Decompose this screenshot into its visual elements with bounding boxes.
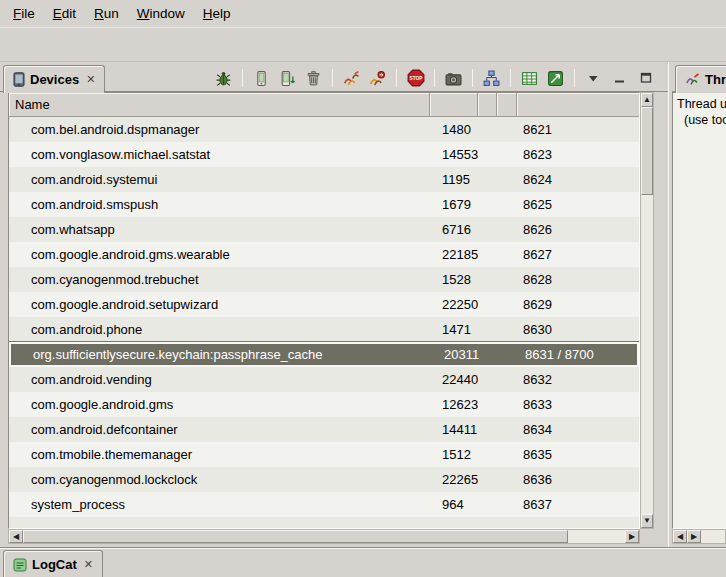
menu-file[interactable]: File: [4, 2, 44, 25]
process-port: 8634: [517, 422, 639, 437]
process-name: com.google.android.setupwizard: [9, 297, 430, 312]
toolbar-separator: [434, 69, 435, 87]
tab-devices[interactable]: Devices ✕: [3, 65, 105, 93]
threads-panel: Threads Thread updates not enabled for s…: [672, 62, 726, 547]
start-method-profiling-icon[interactable]: [367, 68, 388, 89]
process-name: com.tmobile.thememanager: [9, 447, 430, 462]
devices-panel: Devices ✕ STOP Name com.bel.android.dspm…: [0, 62, 668, 547]
process-name: com.cyanogenmod.lockclock: [9, 472, 430, 487]
horizontal-scrollbar-thumb[interactable]: [23, 530, 568, 543]
process-pid: 20311: [432, 347, 480, 362]
table-row[interactable]: com.google.android.gms.wearable 22185 86…: [9, 242, 639, 267]
menu-run[interactable]: Run: [85, 2, 128, 25]
column-header-col4[interactable]: [517, 93, 639, 117]
table-row[interactable]: com.android.systemui 1195 8624: [9, 167, 639, 192]
table-row[interactable]: com.android.smspush 1679 8625: [9, 192, 639, 217]
vertical-scrollbar[interactable]: ▲ ▼: [640, 92, 654, 529]
screen-capture-icon[interactable]: [443, 68, 464, 89]
horizontal-scrollbar[interactable]: ◀ ▶: [8, 529, 640, 544]
table-row[interactable]: com.cyanogenmod.lockclock 22265 8636: [9, 467, 639, 492]
down-arrow-icon: ▼: [643, 517, 651, 525]
process-port: 8631 / 8700: [519, 347, 637, 362]
table-row[interactable]: com.google.android.gms 12623 8633: [9, 392, 639, 417]
toolbar-separator: [396, 69, 397, 87]
menu-edit[interactable]: Edit: [44, 2, 85, 25]
table-row[interactable]: com.vonglasow.michael.satstat 14553 8623: [9, 142, 639, 167]
process-pid: 1512: [430, 447, 478, 462]
scroll-left-button[interactable]: ◀: [9, 530, 23, 543]
column-header-col2[interactable]: [478, 93, 497, 117]
process-pid: 22250: [430, 297, 478, 312]
cause-gc-icon[interactable]: [303, 68, 324, 89]
tab-logcat-label: LogCat: [32, 557, 77, 572]
process-pid: 14411: [430, 422, 478, 437]
scrollbar-corner: [640, 529, 654, 544]
threads-scroll-left-button[interactable]: ◀: [673, 530, 687, 543]
toolbar-separator: [472, 69, 473, 87]
close-icon[interactable]: ✕: [86, 73, 95, 86]
toolbar-separator: [510, 69, 511, 87]
process-port: 8623: [517, 147, 639, 162]
scroll-down-button[interactable]: ▼: [641, 514, 653, 528]
process-name: com.android.vending: [9, 372, 430, 387]
column-header-col1[interactable]: [430, 93, 478, 117]
debug-process-icon[interactable]: [213, 68, 234, 89]
minimize-icon[interactable]: [609, 68, 630, 89]
vertical-scrollbar-thumb[interactable]: [641, 107, 653, 195]
dump-hprof-icon[interactable]: [277, 68, 298, 89]
toolbar-separator: [242, 69, 243, 87]
threads-content: Thread updates not enabled for selected …: [672, 92, 726, 529]
process-pid: 22185: [430, 247, 478, 262]
tab-logcat[interactable]: LogCat ✕: [3, 550, 103, 577]
process-name: com.android.systemui: [9, 172, 430, 187]
process-port: 8637: [517, 497, 639, 512]
stop-process-icon[interactable]: STOP: [405, 68, 426, 89]
table-row[interactable]: com.cyanogenmod.trebuchet 1528 8628: [9, 267, 639, 292]
ddms-window: FileEditRunWindowHelp Devices ✕ STOP Nam…: [0, 0, 726, 577]
process-pid: 964: [430, 497, 478, 512]
menubar: FileEditRunWindowHelp: [0, 0, 726, 27]
column-header-name[interactable]: Name: [9, 93, 430, 117]
view-menu-icon[interactable]: [583, 68, 604, 89]
table-row[interactable]: com.tmobile.thememanager 1512 8635: [9, 442, 639, 467]
table-row[interactable]: com.whatsapp 6716 8626: [9, 217, 639, 242]
opengl-trace-icon[interactable]: [545, 68, 566, 89]
menu-help[interactable]: Help: [194, 2, 240, 25]
logcat-bar: LogCat ✕: [0, 547, 726, 577]
table-row[interactable]: com.google.android.setupwizard 22250 862…: [9, 292, 639, 317]
table-row[interactable]: com.bel.android.dspmanager 1480 8621: [9, 117, 639, 142]
threads-message-line: (use toolbar button to enable): [684, 112, 726, 128]
process-port: 8629: [517, 297, 639, 312]
table-row[interactable]: com.android.phone 1471 8630: [9, 317, 639, 342]
right-arrow-icon: ▶: [691, 533, 697, 541]
menu-window[interactable]: Window: [128, 2, 194, 25]
table-row[interactable]: com.android.vending 22440 8632: [9, 367, 639, 392]
process-port: 8630: [517, 322, 639, 337]
threads-horizontal-scrollbar[interactable]: ◀ ▶: [672, 529, 726, 544]
threads-message: Thread updates not enabled for selected …: [677, 96, 726, 128]
process-port: 8626: [517, 222, 639, 237]
process-port: 8628: [517, 272, 639, 287]
tab-devices-label: Devices: [30, 72, 79, 87]
process-name: com.whatsapp: [9, 222, 430, 237]
process-name: org.sufficientlysecure.keychain:passphra…: [11, 347, 432, 362]
table-row[interactable]: org.sufficientlysecure.keychain:passphra…: [9, 342, 639, 367]
threads-scroll-right-button[interactable]: ▶: [687, 530, 701, 543]
table-row[interactable]: com.android.defcontainer 14411 8634: [9, 417, 639, 442]
up-arrow-icon: ▲: [643, 96, 651, 104]
process-pid: 1471: [430, 322, 478, 337]
table-row[interactable]: system_process 964 8637: [9, 492, 639, 517]
column-header-col3[interactable]: [497, 93, 517, 117]
process-name: com.android.smspush: [9, 197, 430, 212]
devices-toolbar: STOP: [213, 66, 656, 90]
maximize-icon[interactable]: [635, 68, 656, 89]
update-threads-icon[interactable]: [341, 68, 362, 89]
scroll-right-button[interactable]: ▶: [625, 530, 639, 543]
tab-threads[interactable]: Threads: [675, 65, 726, 93]
process-name: system_process: [9, 497, 430, 512]
view-hierarchy-icon[interactable]: [481, 68, 502, 89]
update-heap-icon[interactable]: [251, 68, 272, 89]
scroll-up-button[interactable]: ▲: [641, 93, 653, 107]
systrace-icon[interactable]: [519, 68, 540, 89]
close-icon[interactable]: ✕: [84, 558, 93, 571]
